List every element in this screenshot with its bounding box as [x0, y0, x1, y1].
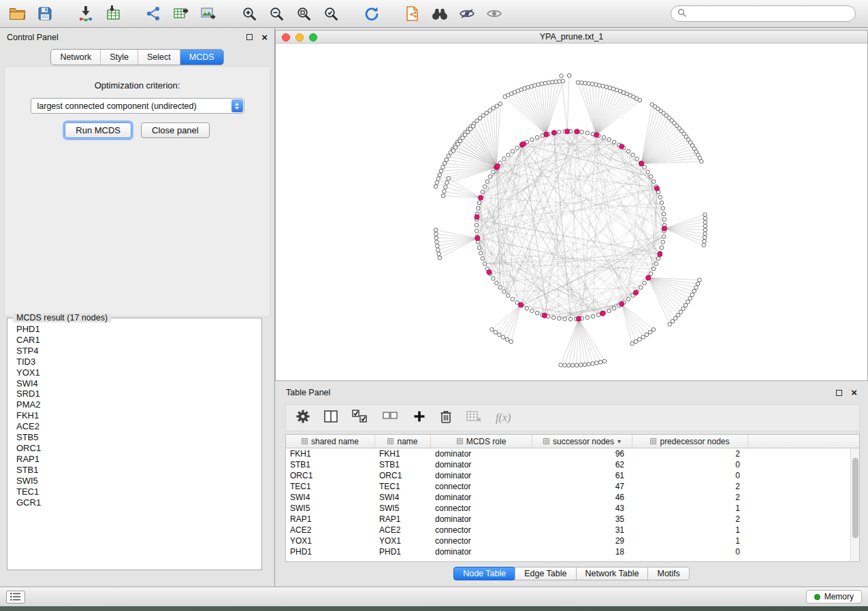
mcds-result-item[interactable]: CAR1 [9, 335, 260, 346]
optimization-criterion-select[interactable]: largest connected component (undirected) [31, 98, 244, 114]
mcds-result-item[interactable]: TID3 [9, 357, 260, 367]
run-mcds-button[interactable]: Run MCDS [65, 122, 131, 138]
cell-successor-nodes: 43 [532, 503, 632, 513]
table-row[interactable]: RAP1RAP1dominator352 [286, 514, 850, 525]
table-row[interactable]: SWI4SWI4dominator462 [286, 492, 850, 503]
memory-button[interactable]: Memory [806, 590, 862, 604]
application-window: Control Panel × NetworkStyleSelectMCDS O… [0, 0, 868, 606]
export-image-icon[interactable] [197, 3, 219, 24]
table-row[interactable]: SWI5SWI5connector431 [286, 503, 850, 514]
network-graph[interactable] [276, 44, 867, 380]
mcds-result-item[interactable]: STB5 [9, 432, 260, 443]
table-scrollbar[interactable] [850, 448, 859, 561]
mcds-result-item[interactable]: FKH1 [9, 410, 260, 421]
mcds-result-item[interactable]: PMA2 [9, 399, 260, 410]
close-table-panel-icon[interactable]: × [851, 389, 857, 396]
mcds-panel-body: Optimization criterion: largest connecte… [4, 66, 270, 316]
mcds-result-item[interactable]: STP4 [9, 346, 260, 357]
window-minimize-button[interactable] [295, 33, 304, 42]
table-row[interactable]: STB1STB1dominator620 [286, 459, 850, 470]
search-box[interactable] [671, 5, 856, 22]
import-table-from-file-icon[interactable] [102, 3, 124, 24]
table-row[interactable]: YOX1YOX1connector291 [286, 535, 850, 546]
unselect-all-rows-icon[interactable] [383, 410, 399, 426]
toggle-column-view-icon[interactable] [324, 410, 338, 425]
float-table-panel-icon[interactable] [836, 390, 842, 396]
task-history-button[interactable] [6, 591, 25, 604]
close-panel-icon[interactable]: × [261, 34, 268, 41]
bottom-tab-edge-table[interactable]: Edge Table [515, 567, 576, 580]
mcds-result-item[interactable]: ORC1 [9, 443, 260, 454]
column-header-shared-name[interactable]: shared name [286, 435, 375, 448]
mcds-result-item[interactable]: PHD1 [9, 324, 260, 335]
select-all-rows-icon[interactable] [352, 410, 368, 426]
search-input[interactable] [690, 9, 849, 18]
cell-shared-name: PHD1 [286, 547, 375, 557]
table-row[interactable]: PHD1PHD1dominator180 [286, 546, 850, 557]
cell-mcds-role: connector [431, 536, 532, 546]
table-row[interactable]: TEC1TEC1connector472 [286, 481, 850, 492]
refresh-view-icon[interactable] [361, 3, 383, 24]
mcds-result-item[interactable]: SWI4 [9, 378, 260, 389]
bottom-tab-node-table[interactable]: Node Table [453, 567, 515, 580]
float-panel-icon[interactable] [246, 34, 253, 40]
table-toolbar: f(x) [285, 404, 860, 431]
zoom-fit-icon[interactable] [293, 3, 315, 24]
table-row[interactable]: ORC1ORC1dominator610 [286, 470, 850, 481]
mcds-result-item[interactable]: STB1 [9, 465, 260, 476]
import-network-from-file-icon[interactable] [75, 3, 97, 24]
table-panel: Table Panel × [275, 384, 868, 587]
table-row[interactable]: ACE2ACE2connector311 [286, 525, 850, 535]
tab-style[interactable]: Style [100, 50, 138, 65]
cell-successor-nodes: 46 [532, 493, 632, 502]
zoom-out-icon[interactable] [266, 3, 287, 24]
mcds-result-item[interactable]: SRD1 [9, 389, 260, 399]
mcds-result-item[interactable]: SWI5 [9, 476, 260, 486]
node-table: shared namenameMCDS rolesuccessor nodes▾… [285, 434, 860, 562]
open-session-icon[interactable] [7, 3, 29, 24]
cell-mcds-role: dominator [431, 493, 532, 502]
export-document-icon[interactable] [402, 3, 423, 24]
column-header-mcds-role[interactable]: MCDS role [431, 435, 532, 448]
tab-select[interactable]: Select [138, 50, 180, 65]
export-network-icon[interactable] [143, 3, 165, 24]
mcds-result-item[interactable]: ACE2 [9, 421, 260, 432]
cell-mcds-role: dominator [431, 471, 532, 480]
mcds-result-list: PHD1CAR1STP4TID3YOX1SWI4SRD1PMA2FKH1ACE2… [9, 324, 260, 568]
column-header-predecessor-nodes[interactable]: predecessor nodes [632, 435, 748, 448]
tab-mcds[interactable]: MCDS [180, 50, 223, 65]
scrollbar-thumb[interactable] [852, 458, 858, 538]
show-details-icon[interactable] [483, 3, 505, 24]
mcds-result-item[interactable]: TEC1 [9, 486, 260, 497]
create-column-icon[interactable] [413, 410, 425, 425]
column-header-name[interactable]: name [375, 435, 431, 448]
delete-columns-icon[interactable] [440, 410, 452, 426]
cell-mcds-role: dominator [431, 547, 532, 557]
bottom-tab-motifs[interactable]: Motifs [647, 567, 689, 580]
cell-name: FKH1 [375, 449, 431, 459]
column-settings-icon[interactable] [296, 410, 310, 426]
cell-mcds-role: connector [431, 482, 532, 491]
bottom-tab-network-table[interactable]: Network Table [576, 567, 649, 580]
zoom-in-icon[interactable] [238, 3, 260, 24]
search-network-icon[interactable] [429, 3, 451, 24]
search-icon [677, 7, 686, 20]
hide-edges-icon[interactable] [456, 3, 478, 24]
export-table-icon[interactable] [170, 3, 192, 24]
mcds-result-item[interactable]: GCR1 [9, 497, 260, 508]
cell-mcds-role: connector [431, 503, 532, 513]
mcds-result-item[interactable]: YOX1 [9, 367, 260, 378]
zoom-selected-icon[interactable] [320, 3, 342, 24]
window-close-button[interactable] [282, 33, 290, 42]
cell-shared-name: FKH1 [286, 449, 375, 459]
close-panel-button[interactable]: Close panel [141, 122, 210, 138]
mcds-result-item[interactable]: RAP1 [9, 454, 260, 465]
save-session-icon[interactable] [34, 3, 56, 24]
column-grid-icon [387, 437, 393, 446]
table-row[interactable]: FKH1FKH1dominator962 [286, 448, 850, 459]
tab-network[interactable]: Network [51, 50, 100, 65]
network-canvas[interactable] [276, 44, 867, 380]
window-zoom-button[interactable] [309, 33, 317, 42]
clear-table-icon [466, 410, 481, 425]
column-header-successor-nodes[interactable]: successor nodes▾ [532, 435, 632, 448]
